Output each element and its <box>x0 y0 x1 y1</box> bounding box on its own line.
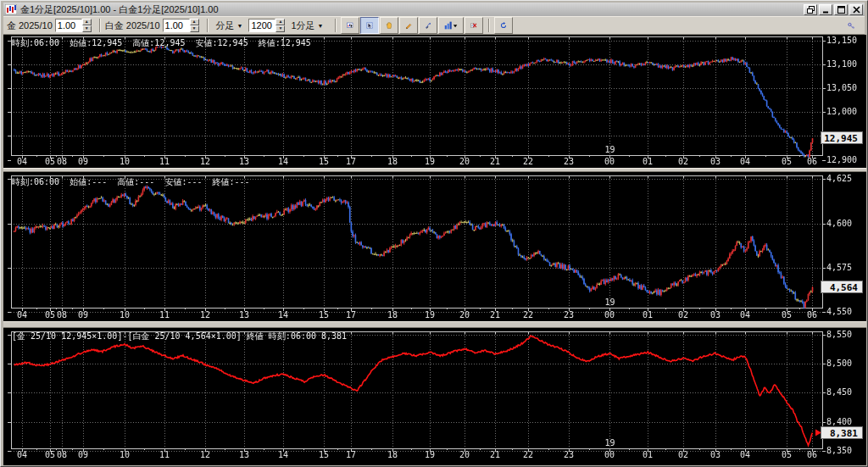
y-axis-label: 8,350 <box>826 446 852 455</box>
x-axis-label: 05 <box>782 157 792 166</box>
x-axis-label: 00 <box>604 157 615 166</box>
x-axis-label: 02 <box>678 157 688 166</box>
bar-count-up-button[interactable]: ▲ <box>275 19 285 25</box>
chevron-down-icon: ▼ <box>318 23 324 29</box>
x-axis-label: 23 <box>564 157 574 166</box>
interval-label: 1分足 <box>291 19 314 32</box>
gold-multiplier-down-button[interactable]: ▼ <box>82 25 92 32</box>
bar-type-dropdown[interactable]: 分足 ▼ <box>213 18 247 33</box>
spread-chart-canvas[interactable] <box>3 328 866 465</box>
x-axis-label: 04 <box>740 450 750 459</box>
panel-splitter[interactable] <box>3 168 866 172</box>
x-axis-label: 15 <box>319 450 329 459</box>
bar-chart-icon <box>444 19 458 31</box>
date-label: 19 <box>605 145 615 154</box>
gold-chart-canvas[interactable] <box>3 35 866 168</box>
bar-count-spinbox[interactable]: 1200 ▲▼ <box>248 19 285 32</box>
platinum-candlestick-panel: 時刻:06:00 始値:--- 高値:--- 安値:--- 終値:--- 4,5… <box>3 172 866 321</box>
x-axis-label: 21 <box>490 310 500 320</box>
y-axis-label: 8,500 <box>826 359 852 368</box>
x-axis-label: 01 <box>643 157 653 166</box>
x-axis-label: 05 <box>782 310 792 320</box>
x-axis-label: 18 <box>387 450 398 459</box>
bar-type-label: 分足 <box>216 19 235 32</box>
x-axis-label: 19 <box>425 450 435 459</box>
x-axis-label: 17 <box>346 310 356 320</box>
gold-multiplier-spinbox[interactable]: 1.00 ▲▼ <box>55 19 92 32</box>
x-axis-label: 21 <box>490 450 500 459</box>
minimize-button[interactable] <box>819 4 832 15</box>
platinum-label: 白金 <box>105 19 124 32</box>
x-axis-label: 06 <box>807 450 817 459</box>
x-axis-label: 00 <box>604 450 615 459</box>
platinum-contract-group: 白金 2025/10 1.00 ▲▼ <box>105 19 199 32</box>
x-axis-label: 17 <box>346 157 356 166</box>
x-axis-label: 00 <box>604 310 615 320</box>
platinum-ohlc-readout: 時刻:06:00 始値:--- 高値:--- 安値:--- 終値:--- <box>12 176 250 188</box>
line-draw-tool-button[interactable] <box>419 17 437 34</box>
key-tool-button[interactable] <box>842 17 860 34</box>
x-axis-label: 19 <box>425 157 435 166</box>
y-axis-label: 4,625 <box>826 174 852 183</box>
platinum-multiplier-down-button[interactable]: ▼ <box>190 25 199 32</box>
gold-label: 金 <box>7 19 16 32</box>
maximize-button[interactable] <box>834 4 848 15</box>
x-axis-label: 17 <box>346 450 356 459</box>
x-axis-label: 13 <box>239 157 249 166</box>
platinum-chart-canvas[interactable] <box>3 172 866 321</box>
x-axis-label: 05 <box>45 157 55 166</box>
spread-readout: [金 25/10 12,945×1.00]-[白金 25/10 4,564×1.… <box>12 331 347 342</box>
x-axis-label: 02 <box>678 450 688 459</box>
x-axis-label: 04 <box>740 310 750 320</box>
x-axis-label: 13 <box>239 310 249 320</box>
select-tool-button[interactable] <box>360 17 379 34</box>
x-axis-label: 11 <box>159 310 170 320</box>
y-axis-label: 13,150 <box>826 36 857 45</box>
refresh-button[interactable] <box>494 17 513 34</box>
y-axis-label: 4,575 <box>826 263 852 272</box>
x-axis-label: 03 <box>710 450 721 459</box>
gold-multiplier-up-button[interactable]: ▲ <box>82 19 92 25</box>
bar-count-value[interactable]: 1200 <box>248 19 275 32</box>
toolbar-separator <box>99 19 101 32</box>
x-axis-label: 01 <box>643 310 653 320</box>
x-axis-label: 15 <box>319 310 329 320</box>
title-bar[interactable]: 金1分足[2025/10]1.00 - 白金1分足[2025/10]1.00 <box>3 3 865 16</box>
x-axis-label: 06 <box>807 310 817 320</box>
interval-dropdown[interactable]: 1分足 ▼ <box>287 18 326 33</box>
chart-pointer-tool-button[interactable] <box>341 17 359 34</box>
y-axis-label: 13,050 <box>826 83 857 92</box>
x-axis-label: 12 <box>200 157 210 166</box>
hand-pan-tool-button[interactable] <box>380 17 398 34</box>
toolbar-separator <box>335 19 337 32</box>
chevron-down-icon: ▼ <box>237 23 243 29</box>
x-axis-label: 12 <box>200 450 210 459</box>
x-axis-label: 08 <box>57 310 67 320</box>
toolbar-separator <box>207 19 209 32</box>
platinum-multiplier-spinbox[interactable]: 1.00 ▲▼ <box>163 19 199 32</box>
app-window: 金1分足[2025/10]1.00 - 白金1分足[2025/10]1.00 <box>0 0 868 467</box>
gold-contract-group: 金 2025/10 1.00 ▲▼ <box>7 19 92 32</box>
x-axis-label: 20 <box>459 157 470 166</box>
y-axis-label: 4,550 <box>826 307 852 316</box>
panel-splitter[interactable] <box>3 321 866 328</box>
hand-icon <box>386 19 392 31</box>
bar-count-down-button[interactable]: ▼ <box>275 25 285 32</box>
close-button[interactable] <box>849 4 863 15</box>
x-axis-label: 22 <box>523 450 533 459</box>
x-axis-label: 01 <box>643 450 653 459</box>
platinum-multiplier-up-button[interactable]: ▲ <box>190 19 199 25</box>
delete-drawing-button[interactable] <box>465 17 483 34</box>
cascade-windows-button[interactable] <box>804 4 817 15</box>
delete-cross-icon <box>470 19 477 31</box>
indicator-chart-button[interactable] <box>438 17 464 34</box>
gold-multiplier-value[interactable]: 1.00 <box>55 19 82 32</box>
x-axis-label: 22 <box>523 310 533 320</box>
x-axis-label: 08 <box>57 157 67 166</box>
x-axis-label: 04 <box>740 157 750 166</box>
pencil-tool-button[interactable] <box>399 17 418 34</box>
platinum-multiplier-value[interactable]: 1.00 <box>163 19 190 32</box>
x-axis-label: 12 <box>200 310 210 320</box>
x-axis-label: 11 <box>159 450 170 459</box>
x-axis-label: 09 <box>78 450 88 459</box>
